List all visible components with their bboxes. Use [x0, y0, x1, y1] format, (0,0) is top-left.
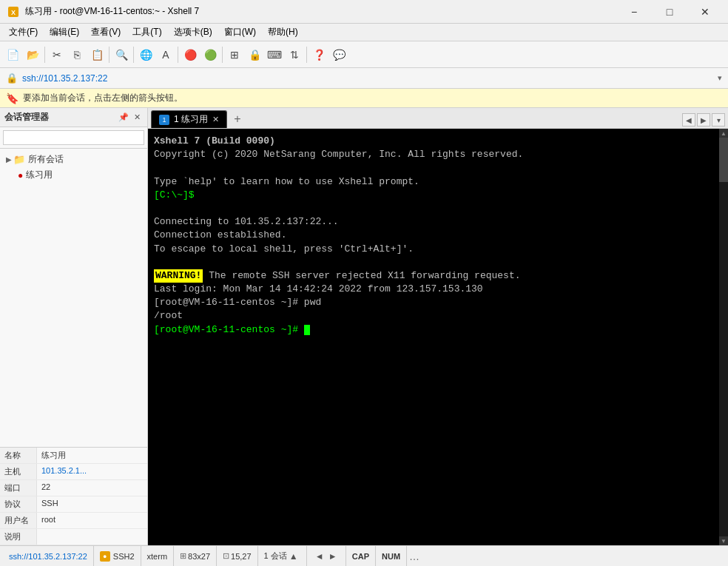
status-protocol-icon: ●	[100, 551, 110, 562]
tab-nav-next[interactable]: ▶	[697, 113, 710, 127]
terminal-line8: Connection established.	[154, 229, 286, 240]
toolbar-cut-btn[interactable]: ✂	[47, 45, 67, 64]
menu-view[interactable]: 查看(V)	[85, 24, 127, 41]
terminal[interactable]: Xshell 7 (Build 0090) Copyright (c) 2020…	[148, 129, 719, 545]
menu-edit[interactable]: 编辑(E)	[44, 24, 85, 41]
info-label-desc: 说明	[0, 529, 37, 545]
toolbar-sep4	[178, 47, 178, 63]
session-info-panel: 名称 练习用 主机 101.35.2.1... 端口 22 协议 SSH 用户名…	[0, 447, 147, 545]
tab-nav-prev[interactable]: ◀	[682, 113, 695, 127]
terminal-row: Xshell 7 (Build 0090) Copyright (c) 2020…	[148, 129, 728, 545]
toolbar-open-btn[interactable]: 📂	[23, 45, 42, 64]
status-cap-text: CAP	[352, 552, 369, 561]
sidebar-header-icons: 📌 ✕	[118, 112, 143, 124]
toolbar-font-btn[interactable]: A	[156, 45, 175, 64]
terminal-prompt1: [C:\~]$	[154, 189, 195, 201]
toolbar-paste-btn[interactable]: 📋	[87, 45, 107, 64]
info-row-host: 主机 101.35.2.1...	[0, 464, 147, 480]
status-nav-segment: ◄ ►	[307, 546, 346, 566]
tree-all-sessions-label: 所有会话	[28, 153, 64, 166]
sidebar-header: 会话管理器 📌 ✕	[0, 108, 147, 127]
toolbar-sep5	[222, 47, 223, 63]
lock-icon: 🔒	[6, 73, 18, 84]
menu-tab[interactable]: 选项卡(B)	[168, 24, 218, 41]
sidebar-close-icon[interactable]: ✕	[131, 112, 143, 124]
info-bar: 🔖 要添加当前会话，点击左侧的箭头按钮。	[0, 89, 728, 108]
info-icon: 🔖	[6, 92, 18, 104]
info-row-port: 端口 22	[0, 480, 147, 496]
sidebar-search-input[interactable]	[3, 130, 144, 145]
status-cap-segment: CAP	[346, 546, 376, 566]
menu-help[interactable]: 帮助(H)	[262, 24, 304, 41]
toolbar-expand-btn[interactable]: ⊞	[225, 45, 244, 64]
menu-file[interactable]: 文件(F)	[3, 24, 44, 41]
tab-close-icon[interactable]: ✕	[212, 115, 219, 124]
info-label-protocol: 协议	[0, 496, 37, 512]
toolbar-search-btn[interactable]: 🔍	[112, 45, 131, 64]
info-label-port: 端口	[0, 480, 37, 496]
terminal-warning-text: The remote SSH server rejected X11 forwa…	[203, 270, 520, 281]
terminal-warning-badge: WARNING!	[154, 269, 203, 283]
terminal-cursor	[304, 325, 310, 335]
terminal-scrollbar[interactable]: ▲ ▼	[719, 129, 728, 545]
toolbar-new-btn[interactable]: 📄	[3, 45, 22, 64]
info-label-username: 用户名	[0, 513, 37, 528]
terminal-prompt2: [root@VM-16-11-centos ~]#	[154, 324, 304, 335]
toolbar-copy-btn[interactable]: ⎘	[67, 45, 87, 64]
expand-icon: ▶	[6, 155, 12, 164]
toolbar-connect-btn[interactable]: 🌐	[136, 45, 155, 64]
toolbar-lock-btn[interactable]: 🔒	[245, 45, 264, 64]
tree-item-session[interactable]: ● 练习用	[0, 167, 147, 183]
address-dropdown-icon[interactable]: ▾	[718, 73, 722, 83]
toolbar-red-btn[interactable]: 🔴	[181, 45, 200, 64]
scroll-down-btn[interactable]: ▼	[719, 536, 728, 545]
terminal-line4: Type `help' to learn how to use Xshell p…	[154, 176, 419, 187]
status-nav-next[interactable]: ►	[326, 550, 340, 563]
status-num-text: NUM	[382, 552, 400, 561]
tree-item-all-sessions[interactable]: ▶ 📁 所有会话	[0, 152, 147, 167]
tab-active[interactable]: 1 1 练习用 ✕	[151, 110, 227, 128]
sidebar: 会话管理器 📌 ✕ ▶ 📁 所有会话 ● 练习用 名称 练习用	[0, 108, 148, 545]
info-label-host: 主机	[0, 464, 37, 479]
terminal-line2: Copyright (c) 2020 NetSarang Computer, I…	[154, 149, 523, 160]
status-cursor-segment: ⊡ 15,27	[217, 546, 258, 566]
app-icon: X	[6, 4, 21, 19]
toolbar-sep2	[109, 47, 109, 63]
maximize-button[interactable]: □	[653, 1, 687, 22]
status-protocol-segment: ● SSH2	[94, 546, 141, 566]
tab-session-icon: 1	[159, 115, 169, 125]
menu-tools[interactable]: 工具(T)	[127, 24, 167, 41]
toolbar-sep1	[44, 47, 45, 63]
menu-window[interactable]: 窗口(W)	[218, 24, 262, 41]
scroll-up-btn[interactable]: ▲	[719, 129, 728, 138]
toolbar-transfer-btn[interactable]: ⇅	[285, 45, 304, 64]
status-end-dots: …	[407, 550, 422, 562]
info-value-host: 101.35.2.1...	[37, 464, 147, 479]
svg-text:X: X	[11, 9, 16, 16]
tab-nav-menu[interactable]: ▾	[712, 113, 725, 127]
scroll-thumb[interactable]	[719, 138, 728, 182]
terminal-line14: /root	[154, 310, 183, 321]
window-title: 练习用 - root@VM-16-11-centos:~ - Xshell 7	[25, 5, 617, 18]
status-dimensions-segment: ⊞ 83x27	[174, 546, 217, 566]
toolbar-green-btn[interactable]: 🟢	[200, 45, 220, 64]
tab-bar: 1 1 练习用 ✕ + ◀ ▶ ▾	[148, 108, 728, 129]
close-button[interactable]: ✕	[688, 1, 722, 22]
toolbar-chat-btn[interactable]: 💬	[329, 45, 348, 64]
session-icon: ●	[18, 170, 23, 181]
sidebar-pin-icon[interactable]: 📌	[118, 112, 129, 124]
toolbar-sep3	[133, 47, 134, 63]
status-sessions-nav-up[interactable]: ▲	[287, 550, 300, 563]
terminal-line7: Connecting to 101.35.2.137:22...	[154, 216, 339, 227]
tab-add-button[interactable]: +	[229, 110, 246, 128]
toolbar-keyboard-btn[interactable]: ⌨	[265, 45, 284, 64]
folder-icon: 📁	[13, 154, 25, 165]
status-addr: ssh://101.35.2.137:22	[3, 546, 94, 566]
minimize-button[interactable]: −	[617, 1, 651, 22]
terminal-line13: [root@VM-16-11-centos ~]# pwd	[154, 297, 321, 308]
status-nav-prev[interactable]: ◄	[313, 550, 326, 563]
terminal-line9: To escape to local shell, press 'Ctrl+Al…	[154, 243, 414, 255]
toolbar-sep6	[306, 47, 307, 63]
toolbar-help-btn[interactable]: ❓	[309, 45, 328, 64]
info-label-name: 名称	[0, 448, 37, 463]
